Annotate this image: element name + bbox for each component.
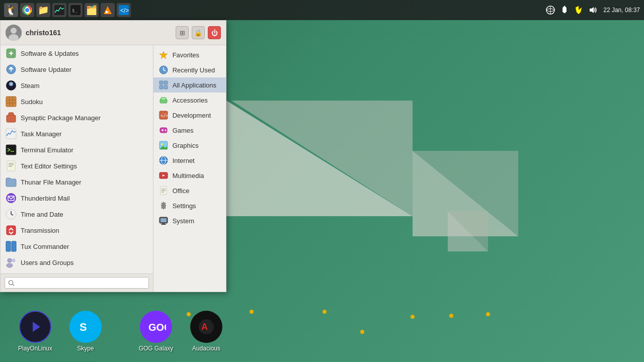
app-item-task-manager[interactable]: Task Manager — [1, 126, 153, 142]
mintmenu-icon[interactable]: 🐧 — [4, 3, 18, 17]
category-icon: </> — [158, 110, 169, 120]
app-item-users-and-groups[interactable]: Users and Groups — [1, 254, 153, 270]
app-icon — [6, 241, 17, 252]
preferences-btn[interactable]: ⊞ — [176, 26, 189, 39]
app-name-label: Terminal Emulator — [21, 146, 73, 154]
svg-rect-60 — [12, 241, 16, 251]
category-name-label: Accessories — [173, 97, 208, 104]
category-item-office[interactable]: Office — [153, 183, 226, 198]
menu-body: Software & UpdatesSoftware UpdaterSteamS… — [1, 45, 226, 292]
category-icon — [158, 80, 169, 90]
lock-btn[interactable]: 🔒 — [192, 26, 205, 39]
app-item-thunderbird-mail[interactable]: Thunderbird Mail — [1, 190, 153, 206]
desktop-icon-audacious[interactable]: A Audacious — [186, 311, 226, 352]
app-item-tux-commander[interactable]: Tux Commander — [1, 238, 153, 254]
app-item-software-updater[interactable]: Software Updater — [1, 61, 153, 77]
desktop-icon-playonlinux[interactable]: PlayOnLinux — [15, 311, 55, 352]
app-item-transmission[interactable]: Transmission — [1, 222, 153, 238]
category-name-label: All Applications — [173, 81, 216, 89]
app-icon — [6, 257, 17, 268]
category-item-games[interactable]: Games — [153, 123, 226, 138]
terminal-taskbar-icon[interactable]: $_ — [68, 3, 83, 17]
category-item-accessories[interactable]: Accessories — [153, 93, 226, 108]
vscode-taskbar-icon[interactable]: </> — [117, 3, 131, 17]
category-item-development[interactable]: </>Development — [153, 108, 226, 123]
category-name-label: Games — [173, 127, 194, 134]
chrome-icon[interactable] — [20, 3, 34, 17]
svg-point-8 — [250, 310, 254, 314]
svg-rect-47 — [6, 145, 16, 155]
app-item-steam[interactable]: Steam — [1, 77, 153, 94]
filemanager-icon[interactable]: 🗂️ — [85, 3, 99, 17]
category-item-recently-used[interactable]: Recently Used — [153, 62, 226, 77]
app-name-label: Users and Groups — [21, 259, 74, 266]
svg-rect-77 — [164, 85, 168, 89]
app-item-thunar-file-manager[interactable]: Thunar File Manager — [1, 174, 153, 190]
goggalaxy-label: GOG Galaxy — [139, 345, 174, 352]
svg-marker-103 — [33, 322, 40, 332]
category-item-graphics[interactable]: Graphics — [153, 138, 226, 153]
category-item-multimedia[interactable]: Multimedia — [153, 168, 226, 183]
files-icon[interactable]: 📁 — [36, 3, 50, 17]
svg-point-61 — [8, 258, 12, 262]
category-name-label: Office — [173, 187, 190, 195]
svg-rect-100 — [162, 223, 165, 224]
app-icon — [6, 160, 17, 171]
app-list-scroll[interactable]: Software & UpdatesSoftware UpdaterSteamS… — [1, 45, 153, 274]
category-name-label: Favorites — [173, 51, 199, 59]
category-item-favorites[interactable]: Favorites — [153, 47, 226, 62]
app-name-label: Time and Date — [21, 211, 63, 218]
search-input[interactable] — [18, 279, 145, 287]
menu-header: christo161 ⊞ 🔒 ⏻ — [1, 21, 226, 45]
svg-text:</>: </> — [160, 113, 168, 118]
svg-point-13 — [486, 312, 490, 316]
network-taskbar-icon[interactable] — [545, 5, 556, 16]
app-item-time-and-date[interactable]: Time and Date — [1, 206, 153, 222]
app-item-software-&-updates[interactable]: Software & Updates — [1, 45, 153, 61]
power-taskbar-icon[interactable] — [573, 5, 584, 16]
desktop-icon-goggalaxy[interactable]: GOG GOG Galaxy — [136, 311, 176, 352]
volume-taskbar-icon[interactable] — [587, 5, 598, 16]
category-name-label: Recently Used — [173, 66, 215, 74]
logout-btn[interactable]: ⏻ — [208, 26, 221, 39]
svg-point-9 — [323, 310, 327, 314]
skype-label: Skype — [77, 345, 94, 352]
desktop-icons-area: PlayOnLinux S Skype GOG GOG Galaxy A Aud… — [0, 301, 242, 362]
app-item-text-editor-settings[interactable]: Text Editor Settings — [1, 158, 153, 174]
app-name-label: Software Updater — [21, 66, 71, 73]
svg-rect-74 — [159, 81, 163, 84]
app-name-label: Synaptic Package Manager — [21, 114, 101, 122]
app-name-label: Task Manager — [21, 130, 62, 138]
svg-marker-27 — [576, 6, 582, 14]
taskbar: 🐧 📁 $_ 🗂️ ▶ </> — [0, 0, 644, 20]
app-item-sudoku[interactable]: Sudoku — [1, 94, 153, 110]
taskbar-left: 🐧 📁 $_ 🗂️ ▶ </> — [4, 3, 545, 17]
vlc-taskbar-icon[interactable]: ▶ — [101, 3, 115, 17]
svg-point-68 — [9, 280, 13, 284]
svg-rect-59 — [6, 241, 11, 251]
category-item-system[interactable]: System — [153, 213, 226, 228]
notifications-taskbar-icon[interactable] — [559, 5, 570, 16]
category-icon — [158, 155, 169, 165]
svg-point-26 — [564, 6, 566, 8]
category-item-internet[interactable]: Internet — [153, 153, 226, 168]
app-item-terminal-emulator[interactable]: Terminal Emulator — [1, 142, 153, 158]
category-item-settings[interactable]: Settings — [153, 198, 226, 213]
username-label: christo161 — [26, 29, 61, 37]
category-icon — [158, 95, 169, 105]
category-name-label: System — [173, 217, 194, 225]
menu-header-buttons: ⊞ 🔒 ⏻ — [176, 26, 221, 39]
app-icon — [6, 193, 17, 204]
app-name-label: Sudoku — [21, 98, 43, 106]
svg-rect-40 — [6, 97, 16, 107]
category-icon — [158, 140, 169, 150]
svg-rect-101 — [161, 224, 166, 225]
app-icon — [6, 96, 17, 107]
sysmon-icon[interactable] — [52, 3, 66, 17]
desktop-icon-skype[interactable]: S Skype — [65, 311, 106, 352]
category-item-all-applications[interactable]: All Applications — [153, 77, 226, 93]
app-icon — [6, 64, 17, 75]
svg-point-62 — [7, 263, 13, 267]
audacious-label: Audacious — [192, 345, 220, 352]
app-item-synaptic-package-manager[interactable]: Synaptic Package Manager — [1, 110, 153, 126]
